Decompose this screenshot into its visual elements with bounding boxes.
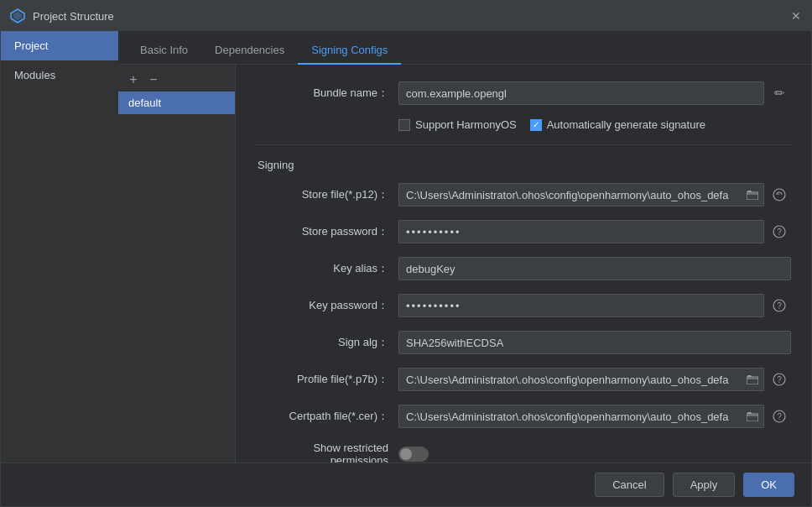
support-harmony-checkbox[interactable]: Support HarmonyOS — [398, 118, 517, 131]
checkboxes-row: Support HarmonyOS Automatically generate… — [398, 118, 791, 131]
auto-sign-checkbox[interactable]: Automatically generate signature — [530, 118, 705, 131]
certpath-file-input[interactable] — [398, 405, 741, 428]
svg-text:?: ? — [777, 375, 782, 384]
toggle-knob — [400, 448, 412, 460]
show-restricted-label: Show restricted permissions — [256, 442, 398, 463]
auto-sign-box — [530, 119, 542, 131]
close-button[interactable]: ✕ — [789, 9, 803, 23]
certpath-file-row: Certpath file(*.cer)： ? — [256, 405, 791, 428]
tab-basic-info[interactable]: Basic Info — [127, 37, 201, 65]
sign-alg-row: Sign alg： — [256, 331, 791, 354]
profile-file-browse-button[interactable] — [741, 368, 764, 391]
certpath-file-label: Certpath file(*.cer)： — [256, 409, 398, 424]
key-password-help-icon[interactable]: ? — [768, 294, 791, 317]
config-list-item-default[interactable]: default — [118, 91, 235, 114]
store-password-label: Store password： — [256, 224, 398, 239]
sign-alg-input[interactable] — [398, 331, 791, 354]
svg-text:?: ? — [777, 227, 782, 237]
bundle-name-label: Bundle name： — [256, 86, 398, 101]
bundle-name-row: Bundle name： ✏ — [256, 81, 791, 105]
profile-file-input-group — [398, 368, 764, 391]
tab-signing-configs[interactable]: Signing Configs — [298, 37, 401, 65]
profile-file-row: Profile file(*.p7b)： ? — [256, 368, 791, 391]
signing-section-header: Signing — [258, 159, 791, 171]
svg-marker-1 — [13, 12, 22, 20]
certpath-file-input-group — [398, 405, 764, 428]
tab-dependencies[interactable]: Dependencies — [201, 37, 298, 65]
add-config-button[interactable]: + — [125, 71, 142, 88]
profile-file-help-icon[interactable]: ? — [768, 368, 791, 391]
svg-rect-2 — [747, 192, 758, 200]
svg-rect-8 — [747, 377, 758, 384]
ok-button[interactable]: OK — [743, 473, 794, 497]
store-password-input[interactable] — [398, 220, 764, 243]
window-title: Project Structure — [33, 10, 789, 23]
cancel-button[interactable]: Cancel — [595, 473, 664, 497]
store-file-fingerprint-icon[interactable] — [768, 183, 791, 206]
key-alias-label: Key alias： — [256, 261, 398, 276]
key-alias-input[interactable] — [398, 257, 791, 280]
sidebar-item-modules[interactable]: Modules — [1, 60, 118, 90]
store-file-input[interactable] — [398, 183, 741, 206]
certpath-file-help-icon[interactable]: ? — [768, 405, 791, 428]
key-password-row: Key password： ? — [256, 294, 791, 317]
bundle-name-edit-icon[interactable]: ✏ — [768, 81, 791, 105]
form-panel: Bundle name： ✏ Support HarmonyOS Automat… — [236, 65, 811, 463]
footer: Cancel Apply OK — [1, 463, 811, 506]
key-password-label: Key password： — [256, 298, 398, 313]
sidebar-item-project[interactable]: Project — [1, 31, 118, 60]
toggle-row: Show restricted permissions — [256, 442, 791, 463]
sign-alg-label: Sign alg： — [256, 335, 398, 350]
svg-text:?: ? — [777, 412, 782, 421]
remove-config-button[interactable]: − — [145, 71, 162, 88]
key-alias-row: Key alias： — [256, 257, 791, 280]
store-password-row: Store password： ? — [256, 220, 791, 243]
bundle-name-input[interactable] — [398, 81, 764, 105]
sidebar: Project Modules — [1, 31, 118, 463]
profile-file-input[interactable] — [398, 368, 741, 391]
support-harmony-label: Support HarmonyOS — [415, 118, 517, 131]
store-password-help-icon[interactable]: ? — [768, 220, 791, 243]
store-file-label: Store file(*.p12)： — [256, 187, 398, 202]
support-harmony-box — [398, 119, 410, 131]
store-file-input-group — [398, 183, 764, 206]
apply-button[interactable]: Apply — [673, 473, 736, 497]
profile-file-label: Profile file(*.p7b)： — [256, 372, 398, 387]
auto-sign-label: Automatically generate signature — [547, 118, 705, 131]
store-file-row: Store file(*.p12)： — [256, 183, 791, 206]
app-icon — [9, 8, 26, 24]
svg-rect-11 — [747, 414, 758, 421]
store-file-browse-button[interactable] — [741, 183, 764, 206]
svg-point-3 — [773, 189, 785, 201]
key-password-input[interactable] — [398, 294, 764, 317]
certpath-file-browse-button[interactable] — [741, 405, 764, 428]
config-list-panel: + − default — [118, 65, 236, 463]
svg-text:?: ? — [777, 301, 782, 311]
show-restricted-toggle[interactable] — [398, 447, 429, 462]
tabs-bar: Basic Info Dependencies Signing Configs — [118, 31, 811, 65]
